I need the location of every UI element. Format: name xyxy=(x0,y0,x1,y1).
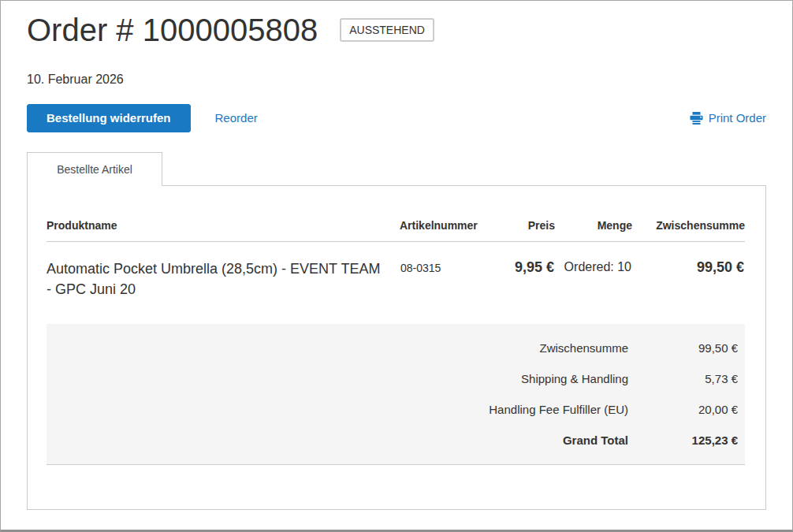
order-totals-box: Zwischensumme 99,50 € Shipping & Handlin… xyxy=(47,324,745,465)
order-date: 10. Februar 2026 xyxy=(27,73,766,87)
item-sku: 08-0315 xyxy=(400,242,490,300)
total-value: 99,50 € xyxy=(628,333,745,363)
order-totals-table: Zwischensumme 99,50 € Shipping & Handlin… xyxy=(47,333,745,456)
print-order-label: Print Order xyxy=(709,111,766,125)
tab-ordered-items-label: Bestellte Artikel xyxy=(57,163,132,176)
tab-ordered-items[interactable]: Bestellte Artikel xyxy=(27,152,162,186)
print-order-link[interactable]: Print Order xyxy=(690,111,766,125)
items-header-row: Produktname Artikelnummer Preis Menge Zw… xyxy=(47,219,745,242)
item-price: 9,95 € xyxy=(490,242,555,300)
order-status-badge: AUSSTEHEND xyxy=(340,18,434,42)
item-qty: Ordered: 10 xyxy=(555,242,632,300)
total-row-subtotal: Zwischensumme 99,50 € xyxy=(47,333,745,363)
order-view-page: Order # 1000005808 AUSSTEHEND 10. Februa… xyxy=(0,0,793,532)
total-value: 125,23 € xyxy=(628,425,745,456)
total-value: 20,00 € xyxy=(628,394,745,425)
total-row-handling-fee: Handling Fee Fulfiller (EU) 20,00 € xyxy=(47,394,745,425)
column-header-subtotal: Zwischensumme xyxy=(632,219,745,242)
order-items-table: Produktname Artikelnummer Preis Menge Zw… xyxy=(47,219,745,299)
column-header-price: Preis xyxy=(490,219,555,242)
column-header-qty: Menge xyxy=(555,219,632,242)
total-label: Shipping & Handling xyxy=(47,363,628,394)
column-header-sku: Artikelnummer xyxy=(400,219,490,242)
total-label: Handling Fee Fulfiller (EU) xyxy=(47,394,628,425)
page-title-row: Order # 1000005808 AUSSTEHEND xyxy=(27,13,766,47)
total-row-grand-total: Grand Total 125,23 € xyxy=(47,425,745,456)
column-header-product-name: Produktname xyxy=(47,219,400,242)
table-row: Automatic Pocket Umbrella (28,5cm) - EVE… xyxy=(47,242,745,300)
reorder-link[interactable]: Reorder xyxy=(215,111,258,125)
item-subtotal: 99,50 € xyxy=(632,242,745,300)
total-value: 5,73 € xyxy=(628,363,745,394)
total-label: Zwischensumme xyxy=(47,333,628,363)
total-row-shipping: Shipping & Handling 5,73 € xyxy=(47,363,745,394)
page-title: Order # 1000005808 xyxy=(27,13,318,47)
order-actions-toolbar: Bestellung widerrufen Reorder Print Orde… xyxy=(27,104,766,132)
printer-icon xyxy=(690,112,703,125)
item-product-name: Automatic Pocket Umbrella (28,5cm) - EVE… xyxy=(47,242,400,300)
cancel-order-button[interactable]: Bestellung widerrufen xyxy=(27,104,191,132)
total-label: Grand Total xyxy=(47,425,628,456)
ordered-items-panel: Produktname Artikelnummer Preis Menge Zw… xyxy=(27,185,766,510)
